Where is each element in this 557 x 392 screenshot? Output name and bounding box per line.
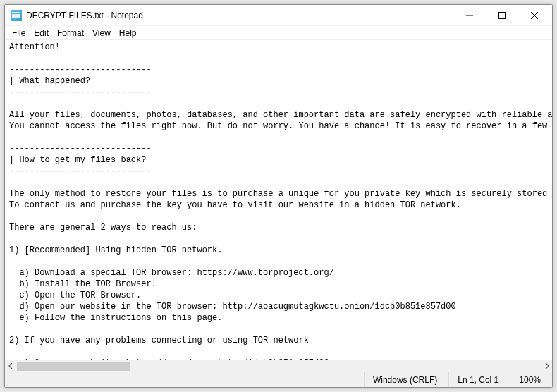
menu-bar: File Edit Format View Help — [5, 26, 552, 40]
maximize-button[interactable] — [486, 5, 518, 25]
svg-rect-0 — [499, 12, 506, 18]
menu-file[interactable]: File — [8, 27, 30, 39]
menu-view[interactable]: View — [88, 27, 115, 39]
close-button[interactable] — [518, 5, 551, 25]
menu-format[interactable]: Format — [53, 27, 88, 39]
minimize-button[interactable] — [453, 5, 486, 25]
menu-help[interactable]: Help — [115, 27, 141, 39]
status-spacer — [5, 372, 364, 387]
scroll-left-arrow-icon[interactable] — [5, 360, 17, 372]
window-title: DECRYPT-FILES.txt - Notepad — [26, 11, 453, 20]
status-line-ending: Windows (CRLF) — [364, 372, 448, 387]
scroll-track[interactable] — [17, 360, 540, 372]
notepad-app-icon — [11, 10, 22, 21]
status-bar: Windows (CRLF) Ln 1, Col 1 100% — [5, 372, 552, 387]
horizontal-scrollbar[interactable] — [5, 360, 552, 372]
text-editor[interactable]: Attention! ---------------------------- … — [5, 40, 552, 360]
notepad-window: DECRYPT-FILES.txt - Notepad File Edit Fo… — [4, 4, 553, 388]
scroll-thumb[interactable] — [17, 362, 130, 371]
status-cursor-pos: Ln 1, Col 1 — [448, 372, 510, 387]
editor-area: Attention! ---------------------------- … — [5, 40, 552, 372]
window-controls — [453, 5, 551, 25]
menu-edit[interactable]: Edit — [30, 27, 53, 39]
scroll-right-arrow-icon[interactable] — [540, 360, 552, 372]
status-zoom: 100% — [510, 372, 552, 387]
title-bar[interactable]: DECRYPT-FILES.txt - Notepad — [5, 5, 552, 26]
